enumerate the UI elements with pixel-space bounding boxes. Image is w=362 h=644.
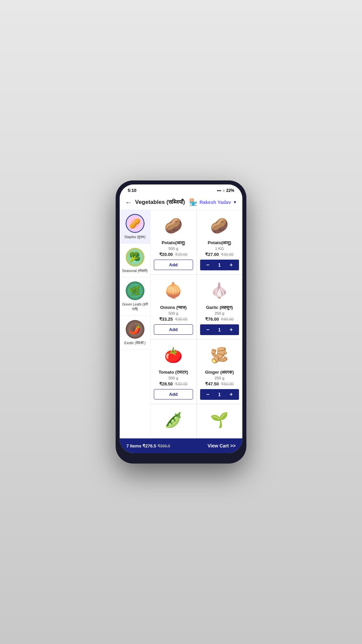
cart-items-count: 7 Items — [126, 443, 141, 448]
product-name-potato-500g: Potato(आलू) — [162, 240, 185, 246]
product-name-ginger-250g: Ginger (अदरक) — [205, 370, 234, 375]
price-row-tomato-500g: ₹28.50 ₹30.00 — [159, 381, 188, 386]
product-card-ginger-250g: 🫚 Ginger (अदरक) 250 g ₹47.50 ₹50.00 − 1 … — [197, 339, 243, 404]
price-current-onions-500g: ₹33.25 — [159, 317, 173, 322]
product-image-tomato-500g: 🍅 — [160, 343, 187, 367]
product-weight-tomato-500g: 500 g — [169, 376, 178, 380]
product-weight-garlic-250g: 250 g — [215, 311, 224, 315]
price-row-ginger-250g: ₹47.50 ₹50.00 — [205, 381, 234, 386]
status-bar: 5:10 ▪▪▪ ○ 22% — [120, 184, 242, 195]
store-name: Rakesh Yadav — [199, 200, 231, 205]
qty-value-garlic-250g: 1 — [216, 325, 223, 335]
header-right: 🏪 Rakesh Yadav ▼ — [189, 198, 237, 206]
view-cart-button[interactable]: View Cart >> — [207, 443, 236, 448]
sidebar-item-green-leafs[interactable]: 🌿 Green Leafs (हरी पत्ती) — [120, 277, 150, 316]
decrement-button-potato-1kg[interactable]: − — [200, 260, 216, 270]
increment-button-potato-1kg[interactable]: + — [223, 260, 239, 270]
category-img-exotic: 🌶️ — [126, 320, 144, 339]
header-left: ← Vegetables (सब्जियाँ) — [125, 199, 185, 206]
product-card-tomato-500g: 🍅 Tomato (टमाटर) 500 g ₹28.50 ₹30.00 Add — [150, 339, 196, 404]
product-grid: 🥔 Potato(आलू) 500 g ₹20.00 ₹20.00 Add 🥔 … — [150, 210, 242, 438]
page-title: Vegetables (सब्जियाँ) — [135, 199, 185, 206]
price-current-potato-1kg: ₹27.00 — [205, 252, 219, 257]
product-card-beans-partial: 🫛 — [150, 404, 196, 438]
product-name-onions-500g: Onions (प्याज) — [160, 305, 187, 310]
price-original-tomato-500g: ₹30.00 — [175, 382, 188, 386]
product-card-potato-500g: 🥔 Potato(आलू) 500 g ₹20.00 ₹20.00 Add — [150, 210, 196, 274]
header: ← Vegetables (सब्जियाँ) 🏪 Rakesh Yadav ▼ — [120, 195, 242, 210]
sidebar-item-seasonal[interactable]: 🥦 Seasonal (मौसमी) — [120, 244, 150, 278]
status-icons: ▪▪▪ ○ 22% — [217, 188, 234, 193]
price-original-garlic-250g: ₹80.00 — [221, 317, 234, 322]
product-weight-potato-1kg: 1 KG — [215, 247, 224, 251]
cart-price-current: ₹276.5 — [142, 443, 156, 448]
price-current-potato-500g: ₹20.00 — [159, 252, 173, 257]
product-name-tomato-500g: Tomato (टमाटर) — [159, 370, 188, 375]
signal-icon: ▪▪▪ — [217, 188, 221, 193]
status-time: 5:10 — [128, 188, 136, 193]
category-label-staples: Staples (मुख्य) — [124, 235, 145, 239]
add-button-tomato-500g[interactable]: Add — [154, 389, 193, 399]
qty-value-ginger-250g: 1 — [216, 389, 223, 399]
increment-button-ginger-250g[interactable]: + — [223, 389, 239, 400]
product-image-herbs-partial: 🌱 — [206, 408, 233, 432]
product-weight-onions-500g: 500 g — [169, 311, 178, 315]
product-card-potato-1kg: 🥔 Potato(आलू) 1 KG ₹27.00 ₹30.00 − 1 + — [197, 210, 243, 274]
qty-control-garlic-250g: − 1 + — [200, 324, 239, 335]
decrement-button-ginger-250g[interactable]: − — [200, 389, 216, 400]
cart-price-original: ₹300.0 — [158, 444, 170, 448]
product-image-beans-partial: 🫛 — [160, 408, 187, 432]
qty-value-potato-1kg: 1 — [216, 260, 223, 270]
qty-control-potato-1kg: − 1 + — [200, 260, 239, 270]
add-button-potato-500g[interactable]: Add — [154, 260, 193, 270]
sidebar-item-staples[interactable]: 🥜 Staples (मुख्य) — [120, 210, 150, 244]
product-card-onions-500g: 🧅 Onions (प्याज) 500 g ₹33.25 ₹35.00 Add — [150, 275, 196, 339]
decrement-button-garlic-250g[interactable]: − — [200, 324, 216, 335]
increment-button-garlic-250g[interactable]: + — [223, 324, 239, 335]
product-name-garlic-250g: Garlic (लहसुन) — [206, 305, 233, 310]
price-original-potato-1kg: ₹30.00 — [221, 252, 234, 257]
product-image-onions-500g: 🧅 — [160, 279, 187, 302]
category-label-green-leafs: Green Leafs (हरी पत्ती) — [122, 302, 148, 311]
product-weight-ginger-250g: 250 g — [215, 376, 224, 380]
sidebar-item-exotic[interactable]: 🌶️ Exotic (विदेशी ) — [120, 316, 150, 350]
cart-info: 7 Items ₹276.5 ₹300.0 — [126, 443, 170, 448]
price-row-onions-500g: ₹33.25 ₹35.00 — [159, 317, 188, 322]
price-row-potato-500g: ₹20.00 ₹20.00 — [159, 252, 188, 257]
price-row-garlic-250g: ₹76.00 ₹80.00 — [205, 317, 234, 322]
product-image-garlic-250g: 🧄 — [206, 279, 233, 302]
price-current-ginger-250g: ₹47.50 — [205, 381, 219, 386]
store-icon: 🏪 — [189, 198, 197, 206]
product-card-herbs-partial: 🌱 — [197, 404, 243, 438]
product-card-garlic-250g: 🧄 Garlic (लहसुन) 250 g ₹76.00 ₹80.00 − 1… — [197, 275, 243, 339]
price-original-potato-500g: ₹20.00 — [175, 252, 188, 257]
main-content: 🥜 Staples (मुख्य) 🥦 Seasonal (मौसमी) 🌿 G… — [120, 210, 242, 438]
product-image-potato-500g: 🥔 — [160, 214, 187, 237]
add-button-onions-500g[interactable]: Add — [154, 324, 193, 335]
category-img-staples: 🥜 — [126, 214, 144, 233]
product-name-potato-1kg: Potato(आलू) — [208, 240, 231, 246]
product-image-potato-1kg: 🥔 — [206, 214, 233, 237]
cart-bar: 7 Items ₹276.5 ₹300.0 View Cart >> — [120, 438, 242, 453]
price-original-onions-500g: ₹35.00 — [175, 317, 188, 322]
category-label-seasonal: Seasonal (मौसमी) — [122, 269, 148, 273]
category-label-exotic: Exotic (विदेशी ) — [124, 341, 145, 345]
back-button[interactable]: ← — [125, 199, 132, 206]
price-current-tomato-500g: ₹28.50 — [159, 381, 173, 386]
price-original-ginger-250g: ₹50.00 — [221, 382, 234, 386]
price-row-potato-1kg: ₹27.00 ₹30.00 — [205, 252, 234, 257]
price-current-garlic-250g: ₹76.00 — [205, 317, 219, 322]
qty-control-ginger-250g: − 1 + — [200, 389, 239, 400]
product-weight-potato-500g: 500 g — [169, 247, 178, 251]
battery-value: 22% — [226, 188, 234, 193]
category-sidebar: 🥜 Staples (मुख्य) 🥦 Seasonal (मौसमी) 🌿 G… — [120, 210, 150, 438]
category-img-seasonal: 🥦 — [126, 248, 144, 267]
battery-icon: ○ — [223, 188, 225, 193]
product-image-ginger-250g: 🫚 — [206, 343, 233, 367]
store-dropdown-icon[interactable]: ▼ — [233, 200, 237, 205]
category-img-green-leafs: 🌿 — [126, 281, 144, 300]
